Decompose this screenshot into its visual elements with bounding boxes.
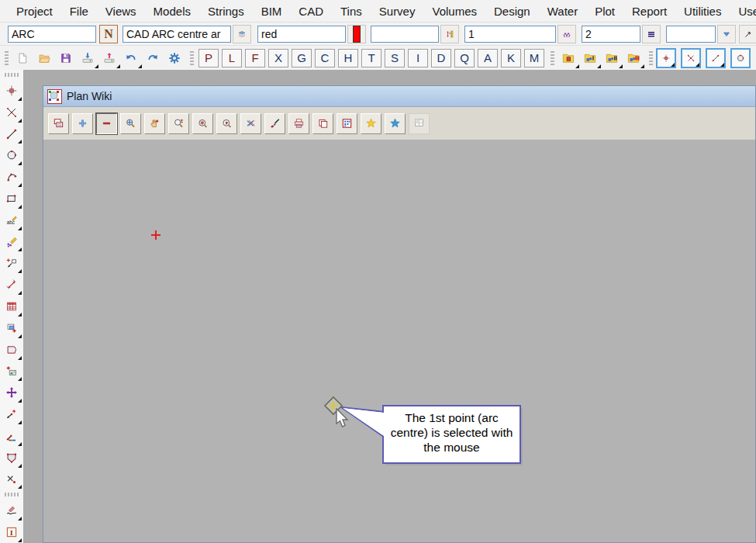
open-folder-button[interactable] bbox=[33, 48, 55, 68]
grid-settings-button[interactable] bbox=[337, 113, 357, 134]
favourite-yellow-star-button[interactable] bbox=[361, 113, 381, 134]
pan-hand-button[interactable] bbox=[144, 113, 165, 134]
redo-button[interactable] bbox=[142, 48, 164, 68]
menu-plot[interactable]: Plot bbox=[586, 5, 623, 18]
export-button[interactable] bbox=[98, 48, 120, 68]
linestyle-button[interactable] bbox=[642, 25, 661, 43]
colour-input[interactable] bbox=[257, 26, 346, 43]
pane-layout-button[interactable] bbox=[409, 113, 430, 134]
insert-vertex-button[interactable] bbox=[2, 253, 22, 273]
create-rectangle-button[interactable] bbox=[2, 188, 22, 209]
create-point-button[interactable] bbox=[2, 81, 22, 101]
toolbar-grip[interactable] bbox=[5, 73, 19, 77]
new-file-button[interactable] bbox=[12, 48, 33, 68]
letter-button-l[interactable]: L bbox=[222, 49, 242, 67]
letter-button-h[interactable]: H bbox=[338, 49, 358, 67]
letter-button-q[interactable]: Q bbox=[454, 49, 475, 67]
toolbar-grip[interactable] bbox=[5, 51, 9, 65]
plan-canvas[interactable]: The 1st point (arc centre) is selected w… bbox=[43, 140, 755, 542]
measure-button[interactable] bbox=[2, 275, 22, 295]
layers-button[interactable] bbox=[233, 25, 251, 43]
letter-button-t[interactable]: T bbox=[361, 49, 381, 67]
cad-point-button[interactable] bbox=[656, 48, 676, 68]
zoom-previous-button[interactable] bbox=[216, 113, 237, 134]
height-input[interactable] bbox=[464, 26, 556, 43]
template-input[interactable] bbox=[123, 26, 231, 43]
import-button[interactable] bbox=[77, 48, 98, 68]
letter-button-m[interactable]: M bbox=[524, 49, 544, 67]
letter-button-f[interactable]: F bbox=[245, 49, 265, 67]
blank-input-1[interactable] bbox=[371, 26, 439, 43]
menu-views[interactable]: Views bbox=[97, 5, 145, 18]
toolbar-grip[interactable] bbox=[551, 51, 554, 65]
create-text-button[interactable]: abc bbox=[2, 210, 22, 230]
eyedropper-button[interactable] bbox=[739, 25, 756, 43]
gears-1-folder-button[interactable] bbox=[579, 48, 601, 68]
grid-table-button[interactable] bbox=[2, 296, 22, 316]
zoom-out-minus-button[interactable] bbox=[96, 113, 117, 134]
menu-file[interactable]: File bbox=[61, 5, 97, 18]
toolbar-grip[interactable] bbox=[649, 51, 653, 65]
menu-strings[interactable]: Strings bbox=[199, 5, 253, 18]
toolbar-grip[interactable] bbox=[190, 51, 194, 65]
zoom-all-button[interactable] bbox=[192, 113, 213, 134]
move-button[interactable] bbox=[2, 382, 22, 403]
zoom-extent-button[interactable] bbox=[120, 113, 141, 134]
text-insert-button[interactable]: I bbox=[2, 522, 22, 542]
menu-cad[interactable]: CAD bbox=[290, 5, 332, 18]
zoom-in-plus-button[interactable] bbox=[72, 113, 93, 134]
weight-input[interactable] bbox=[582, 26, 640, 43]
colour-swatch-button[interactable] bbox=[347, 25, 366, 43]
letter-button-i[interactable]: I bbox=[408, 49, 428, 67]
breakline-button[interactable] bbox=[558, 25, 576, 43]
menu-bim[interactable]: BIM bbox=[253, 5, 291, 18]
gears-2-folder-button[interactable] bbox=[601, 48, 623, 68]
gears-3-folder-button[interactable] bbox=[623, 48, 644, 68]
undo-button[interactable] bbox=[120, 48, 142, 68]
model-folder-button[interactable] bbox=[558, 48, 579, 68]
snap-point-button[interactable] bbox=[2, 404, 22, 424]
edit-draw-button[interactable] bbox=[2, 232, 22, 252]
menu-design[interactable]: Design bbox=[485, 5, 539, 18]
names-button[interactable]: N bbox=[99, 25, 118, 43]
plan-window-titlebar[interactable]: Plan Wiki bbox=[43, 86, 755, 107]
polygon-button[interactable] bbox=[2, 340, 22, 360]
blank-input-2[interactable] bbox=[666, 26, 716, 43]
zoom-plusminus-button[interactable] bbox=[168, 113, 189, 134]
create-cross-button[interactable] bbox=[2, 102, 22, 123]
duplicate-button[interactable] bbox=[2, 318, 22, 338]
menu-utilities[interactable]: Utilities bbox=[675, 5, 730, 18]
menu-models[interactable]: Models bbox=[145, 5, 199, 18]
toggle-cross-button[interactable] bbox=[240, 113, 261, 134]
letter-button-k[interactable]: K bbox=[501, 49, 521, 67]
letter-button-g[interactable]: G bbox=[292, 49, 312, 67]
menu-project[interactable]: Project bbox=[8, 5, 61, 18]
name-input[interactable] bbox=[8, 26, 96, 43]
create-line-button[interactable] bbox=[2, 124, 22, 144]
save-button[interactable] bbox=[55, 48, 77, 68]
letter-button-s[interactable]: S bbox=[385, 49, 405, 67]
fit-window-button[interactable] bbox=[48, 113, 69, 134]
dropdown-button[interactable] bbox=[717, 25, 736, 43]
menu-user[interactable]: User bbox=[730, 5, 756, 18]
letter-button-x[interactable]: X bbox=[268, 49, 288, 67]
print-button[interactable] bbox=[288, 113, 309, 134]
letter-button-a[interactable]: A bbox=[478, 49, 498, 67]
create-circle-button[interactable] bbox=[2, 145, 22, 165]
settings-button[interactable] bbox=[164, 48, 185, 68]
cad-cross-button[interactable] bbox=[681, 48, 701, 68]
menu-tins[interactable]: Tins bbox=[332, 5, 371, 18]
insert-image-button[interactable] bbox=[2, 361, 22, 382]
delete-point-button[interactable] bbox=[2, 469, 22, 489]
colored-line-button[interactable] bbox=[2, 426, 22, 446]
menu-report[interactable]: Report bbox=[623, 5, 675, 18]
letter-button-c[interactable]: C bbox=[315, 49, 335, 67]
copy-view-button[interactable] bbox=[312, 113, 333, 134]
favourite-blue-star-button[interactable] bbox=[385, 113, 406, 134]
polygon-points-button[interactable] bbox=[2, 448, 22, 468]
menu-survey[interactable]: Survey bbox=[371, 5, 424, 18]
cad-line-button[interactable] bbox=[706, 48, 726, 68]
letter-button-d[interactable]: D bbox=[431, 49, 451, 67]
redraw-brush-button[interactable] bbox=[264, 113, 285, 134]
cad-circle-button[interactable] bbox=[730, 48, 751, 68]
